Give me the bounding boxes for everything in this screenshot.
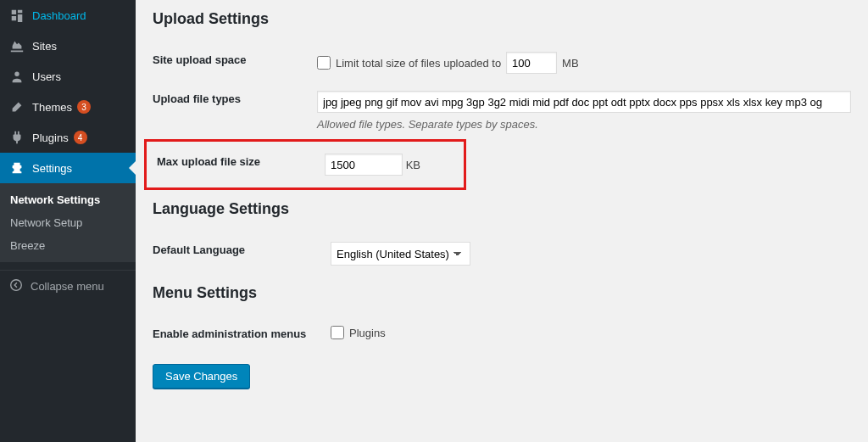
max-upload-highlight: Max upload file size KB	[144, 139, 466, 190]
sidebar-item-dashboard[interactable]: Dashboard	[0, 0, 136, 31]
plugins-menu-checkbox[interactable]	[331, 326, 344, 339]
default-language-select[interactable]: English (United States)	[331, 242, 470, 266]
menu-settings-table: Enable administration menus Plugins	[153, 317, 851, 350]
upload-file-types-input[interactable]	[317, 91, 851, 113]
label-upload-file-types: Upload file types	[153, 82, 317, 139]
svg-point-0	[11, 280, 22, 291]
max-upload-unit: KB	[406, 159, 420, 171]
collapse-label: Collapse menu	[31, 280, 104, 293]
row-enable-admin-menus: Enable administration menus Plugins	[153, 317, 851, 350]
submenu-network-setup[interactable]: Network Setup	[0, 211, 136, 234]
label-default-language: Default Language	[153, 233, 331, 274]
row-upload-file-types: Upload file types Allowed file types. Se…	[153, 82, 851, 139]
limit-upload-value[interactable]	[506, 52, 557, 74]
language-settings-heading: Language Settings	[153, 200, 851, 218]
limit-upload-text: Limit total size of files uploaded to	[336, 57, 501, 70]
users-icon	[8, 68, 25, 85]
sidebar-label: Sites	[32, 40, 57, 53]
upload-file-types-desc: Allowed file types. Separate types by sp…	[317, 118, 851, 131]
settings-content: Upload Settings Site upload space Limit …	[136, 0, 868, 442]
sidebar-item-users[interactable]: Users	[0, 61, 136, 92]
site-upload-space-control: Limit total size of files uploaded to MB	[317, 52, 851, 74]
sidebar-label: Dashboard	[32, 9, 86, 22]
sidebar-item-plugins[interactable]: Plugins 4	[0, 122, 136, 153]
plugins-badge: 4	[74, 131, 87, 144]
submenu-breeze[interactable]: Breeze	[0, 234, 136, 257]
sidebar-separator	[0, 262, 136, 266]
sidebar-label: Themes	[32, 101, 72, 114]
sites-icon	[8, 37, 25, 54]
themes-icon	[8, 98, 25, 115]
sidebar-label: Users	[32, 70, 61, 83]
max-upload-input[interactable]	[325, 154, 403, 176]
sidebar-item-themes[interactable]: Themes 3	[0, 92, 136, 122]
label-site-upload-space: Site upload space	[153, 43, 317, 82]
plugins-menu-label: Plugins	[349, 327, 386, 339]
sidebar-label: Settings	[32, 162, 72, 175]
limit-upload-checkbox[interactable]	[317, 56, 331, 70]
menu-settings-heading: Menu Settings	[153, 284, 851, 302]
row-default-language: Default Language English (United States)	[153, 233, 851, 274]
settings-icon	[8, 159, 25, 176]
max-upload-table: Max upload file size KB	[152, 145, 459, 184]
upload-settings-table: Site upload space Limit total size of fi…	[153, 43, 851, 139]
dashboard-icon	[8, 7, 25, 24]
sidebar-item-settings[interactable]: Settings	[0, 153, 136, 183]
label-enable-admin-menus: Enable administration menus	[153, 317, 331, 350]
collapse-icon	[8, 277, 24, 295]
collapse-menu[interactable]: Collapse menu	[0, 270, 136, 302]
plugins-icon	[8, 129, 25, 146]
save-changes-button[interactable]: Save Changes	[153, 364, 250, 389]
row-max-upload: Max upload file size KB	[152, 145, 459, 184]
upload-settings-heading: Upload Settings	[153, 10, 851, 28]
enable-admin-menus-control: Plugins	[331, 326, 851, 339]
sidebar-item-sites[interactable]: Sites	[0, 31, 136, 61]
row-site-upload-space: Site upload space Limit total size of fi…	[153, 43, 851, 82]
settings-submenu: Network Settings Network Setup Breeze	[0, 183, 136, 262]
language-settings-table: Default Language English (United States)	[153, 233, 851, 274]
limit-upload-unit: MB	[562, 57, 579, 70]
submenu-network-settings[interactable]: Network Settings	[0, 188, 136, 211]
themes-badge: 3	[77, 100, 91, 114]
sidebar-label: Plugins	[32, 131, 69, 144]
label-max-upload: Max upload file size	[152, 145, 325, 184]
admin-sidebar: Dashboard Sites Users Themes 3 Plugins 4…	[0, 0, 136, 442]
